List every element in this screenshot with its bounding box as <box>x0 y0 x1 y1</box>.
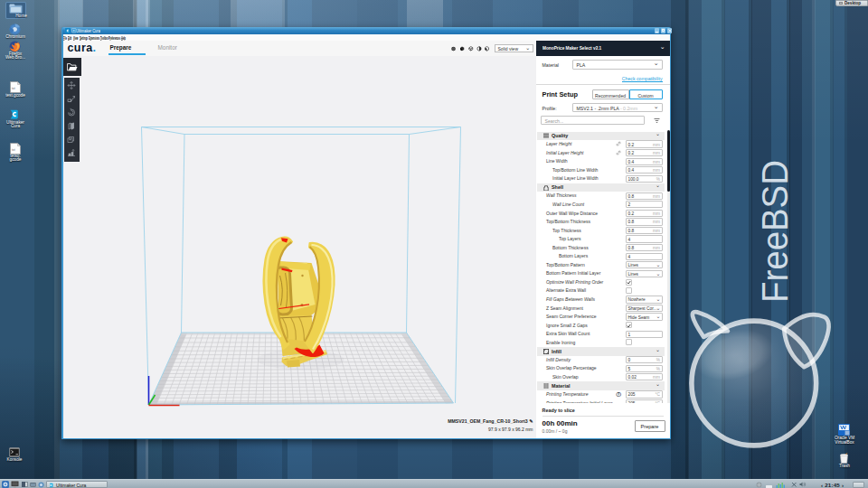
svg-text:txt: txt <box>12 87 15 90</box>
svg-text:txt: txt <box>12 148 15 152</box>
svg-text:FreeBSD: FreeBSD <box>755 160 795 303</box>
